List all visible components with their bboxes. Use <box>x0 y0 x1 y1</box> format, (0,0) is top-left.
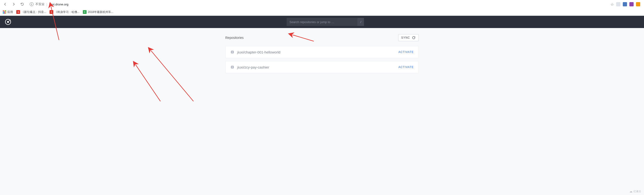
bookmark-label: 2018年最新杭州车... <box>88 10 114 14</box>
svg-line-7 <box>151 51 194 101</box>
activate-link[interactable]: ACTIVATE <box>398 50 414 54</box>
watermark-text: 亿速云 <box>634 190 641 193</box>
sync-label: SYNC <box>401 36 410 39</box>
browser-chrome: i 不安全 | jiuxi.drone.org ☆ 应用 当 《新引爆点：抖音.… <box>0 0 644 16</box>
repo-card[interactable]: jiuxi/chapter-001-helloworld ACTIVATE <box>225 46 419 58</box>
search-input[interactable] <box>286 18 358 26</box>
repo-card[interactable]: jiuxi/zcy-pay-cashier ACTIVATE <box>225 61 419 73</box>
ext-icon-2[interactable] <box>623 2 627 6</box>
reload-button[interactable] <box>19 1 26 7</box>
bookmark-item[interactable]: 当 《终身学习：哈佛... <box>50 10 80 14</box>
ext-icon-1[interactable] <box>616 2 620 6</box>
globe-icon <box>230 50 234 54</box>
bookmark-label: 《新引爆点：抖音... <box>21 10 46 14</box>
svg-line-8 <box>136 65 160 101</box>
apps-icon <box>3 10 6 14</box>
url-text: jiuxi.drone.org <box>49 2 68 6</box>
address-bar[interactable]: i 不安全 | jiuxi.drone.org <box>27 1 71 7</box>
drone-logo-icon[interactable] <box>5 19 11 25</box>
sync-icon <box>412 36 416 39</box>
repo-name: jiuxi/zcy-pay-cashier <box>237 65 398 69</box>
sync-button[interactable]: SYNC <box>398 34 419 41</box>
apps-label: 应用 <box>7 10 13 14</box>
bookmark-item[interactable]: K 2018年最新杭州车... <box>83 10 114 14</box>
globe-icon <box>230 65 234 69</box>
bookmark-label: 《终身学习：哈佛... <box>54 10 80 14</box>
cloud-icon: ☁ <box>629 190 632 193</box>
main-content: Repositories SYNC jiuxi/chapter-001-hell… <box>225 28 419 82</box>
watermark: ☁ 亿速云 <box>629 190 641 193</box>
back-button[interactable] <box>2 1 8 7</box>
section-title: Repositories <box>225 36 244 39</box>
ext-icon-4[interactable] <box>636 2 640 6</box>
apps-button[interactable]: 应用 <box>3 10 13 14</box>
section-header: Repositories SYNC <box>225 34 419 41</box>
activate-link[interactable]: ACTIVATE <box>398 65 414 69</box>
separator: | <box>46 2 47 6</box>
bookmark-favicon: K <box>83 10 86 14</box>
security-label: 不安全 <box>36 2 44 6</box>
repo-name: jiuxi/chapter-001-helloworld <box>237 50 398 54</box>
svg-point-2 <box>9 19 10 21</box>
svg-point-1 <box>7 21 9 23</box>
bookmarks-bar: 应用 当 《新引爆点：抖音... 当 《终身学习：哈佛... K 2018年最新… <box>0 8 644 15</box>
star-icon[interactable]: ☆ <box>610 2 614 6</box>
bookmark-favicon: 当 <box>50 10 53 14</box>
info-icon: i <box>30 2 34 6</box>
extension-icons: ☆ <box>610 2 642 6</box>
browser-toolbar: i 不安全 | jiuxi.drone.org ☆ <box>0 0 644 8</box>
bookmark-item[interactable]: 当 《新引爆点：抖音... <box>16 10 46 14</box>
ext-icon-3[interactable] <box>629 2 634 6</box>
bookmark-favicon: 当 <box>16 10 20 14</box>
app-header: / <box>0 16 644 28</box>
search-slash-hint: / <box>358 18 364 26</box>
search-container: / <box>286 18 364 26</box>
forward-button[interactable] <box>10 1 17 7</box>
